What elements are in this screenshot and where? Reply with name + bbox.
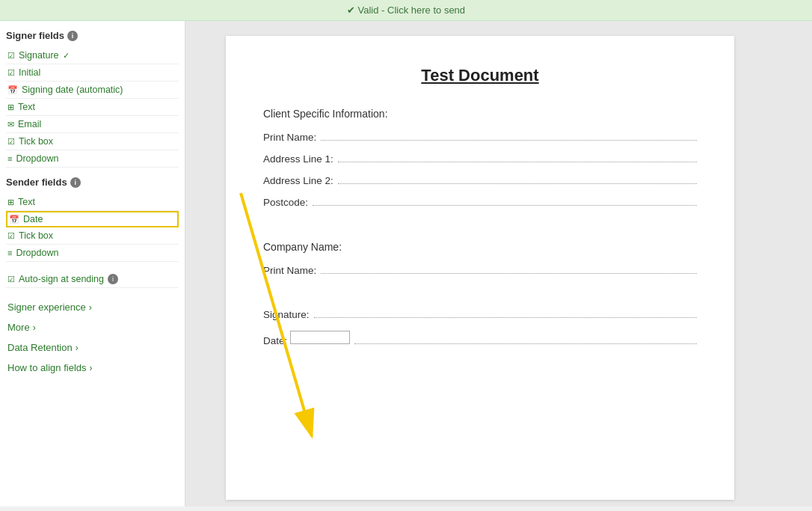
field-print-name-2: Print Name: [263, 265, 697, 276]
signer-text-label: Text [18, 102, 35, 112]
auto-sign-icon: ☑ [7, 275, 15, 284]
banner-text: Valid - Click here to send [358, 4, 466, 16]
email-icon: ✉ [7, 120, 14, 129]
sender-field-tickbox[interactable]: ☑ Tick box [6, 227, 179, 245]
section-2-heading: Company Name: [263, 241, 697, 253]
signer-field-text[interactable]: ⊞ Text [6, 99, 179, 116]
signer-field-email[interactable]: ✉ Email [6, 116, 179, 133]
field-print-name-1: Print Name: [263, 132, 697, 143]
sender-fields-info-icon[interactable]: i [70, 177, 81, 188]
banner-checkmark: ✔ [347, 4, 355, 16]
address-1-label: Address Line 1: [263, 153, 333, 165]
sender-tickbox-icon: ☑ [7, 231, 15, 241]
field-address-1: Address Line 1: [263, 153, 697, 165]
field-address-2: Address Line 2: [263, 175, 697, 186]
auto-sign-info-icon[interactable]: i [108, 274, 118, 284]
signature-check: ✓ [63, 51, 70, 61]
data-retention-label: Data Retention [7, 342, 73, 353]
signature-line [314, 317, 697, 318]
main-layout: Signer fields i ☑ Signature ✓ ☑ Initial … [0, 21, 812, 507]
sidebar-link-how-to-align[interactable]: How to align fields › [6, 358, 179, 378]
signer-field-signature[interactable]: ☑ Signature ✓ [6, 47, 179, 64]
more-chevron: › [33, 322, 36, 333]
signer-experience-chevron: › [89, 302, 92, 313]
postcode-line [313, 205, 697, 206]
field-signature: Signature: [263, 309, 697, 320]
signer-dropdown-label: Dropdown [16, 153, 58, 164]
signer-experience-label: Signer experience [7, 302, 86, 313]
sender-field-dropdown[interactable]: ≡ Dropdown [6, 245, 179, 262]
initial-icon: ☑ [7, 68, 15, 78]
sender-tickbox-label: Tick box [19, 230, 53, 241]
postcode-label: Postcode: [263, 197, 308, 208]
signer-fields-list: ☑ Signature ✓ ☑ Initial 📅 Signing date (… [6, 47, 179, 168]
sidebar: Signer fields i ☑ Signature ✓ ☑ Initial … [0, 21, 185, 507]
signer-text-icon: ⊞ [7, 102, 14, 112]
signer-field-initial[interactable]: ☑ Initial [6, 64, 179, 82]
sender-field-date[interactable]: 📅 Date [6, 211, 179, 227]
initial-label: Initial [19, 67, 40, 78]
sender-fields-title: Sender fields i [6, 177, 179, 188]
sender-fields-list: ⊞ Text 📅 Date ☑ Tick box ≡ Dropdown [6, 194, 179, 262]
date-input-box[interactable] [290, 331, 350, 344]
sender-text-label: Text [18, 197, 35, 207]
signing-date-label: Signing date (automatic) [22, 85, 123, 95]
document-title: Test Document [263, 66, 697, 85]
auto-sign-row[interactable]: ☑ Auto-sign at sending i [6, 271, 179, 288]
signer-tickbox-label: Tick box [19, 136, 53, 147]
top-banner[interactable]: ✔ Valid - Click here to send [0, 0, 812, 21]
date-line [354, 343, 697, 344]
signing-date-icon: 📅 [7, 85, 18, 95]
sender-field-text[interactable]: ⊞ Text [6, 194, 179, 211]
sidebar-link-data-retention[interactable]: Data Retention › [6, 337, 179, 358]
print-name-2-line [321, 273, 697, 274]
document-page: Test Document Client Specific Informatio… [226, 36, 734, 500]
data-retention-chevron: › [76, 343, 79, 353]
field-date: Date: [263, 331, 697, 346]
address-2-label: Address Line 2: [263, 175, 333, 186]
field-postcode: Postcode: [263, 197, 697, 208]
print-name-1-label: Print Name: [263, 132, 316, 143]
print-name-1-line [321, 140, 697, 141]
signer-tickbox-icon: ☑ [7, 137, 15, 147]
signer-fields-info-icon[interactable]: i [67, 31, 78, 41]
signer-fields-title: Signer fields i [6, 30, 179, 41]
signer-dropdown-icon: ≡ [7, 154, 12, 163]
address-1-line [338, 162, 697, 162]
print-name-2-label: Print Name: [263, 265, 316, 276]
signature-field-label: Signature: [263, 309, 310, 320]
signature-icon: ☑ [7, 51, 15, 61]
more-label: More [7, 322, 30, 333]
signer-field-dropdown[interactable]: ≡ Dropdown [6, 150, 179, 168]
sidebar-link-signer-experience[interactable]: Signer experience › [6, 297, 179, 317]
document-area: Test Document Client Specific Informatio… [185, 21, 775, 507]
address-2-line [338, 183, 697, 184]
email-label: Email [18, 119, 41, 129]
section-1-heading: Client Specific Information: [263, 108, 697, 120]
sender-text-icon: ⊞ [7, 198, 14, 207]
signature-label: Signature [19, 50, 59, 61]
signer-field-tickbox[interactable]: ☑ Tick box [6, 133, 179, 150]
sender-date-icon: 📅 [9, 215, 19, 224]
sender-dropdown-icon: ≡ [7, 248, 12, 257]
signer-field-signing-date[interactable]: 📅 Signing date (automatic) [6, 82, 179, 99]
sidebar-link-more[interactable]: More › [6, 317, 179, 337]
auto-sign-label: Auto-sign at sending [19, 274, 104, 284]
how-to-align-label: How to align fields [7, 362, 87, 373]
date-field-label: Date: [263, 335, 287, 346]
sender-dropdown-label: Dropdown [16, 248, 58, 258]
right-panel [775, 21, 812, 507]
how-to-align-chevron: › [90, 363, 93, 373]
sender-date-label: Date [23, 214, 43, 224]
